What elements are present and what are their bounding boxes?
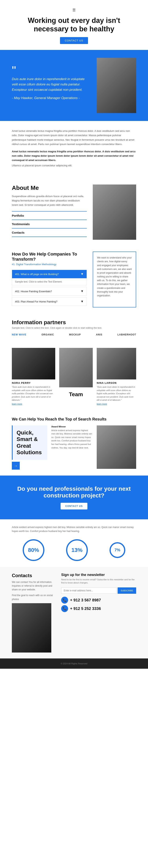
email-input-row: SUBSCRIBE [61,587,136,594]
partner-logo-2: ORGANIC [41,333,54,336]
solutions-title: We Can Help You Reach the Top of Search … [12,417,136,422]
contacts-section: Contacts We can contact You for all info… [0,567,148,658]
team-member-nora: NORA PERRY "Duis aute irure dolor in rep… [12,348,55,405]
solutions-left: Quick, Smart & Great Solutions → [12,426,47,470]
contacts-person-image [12,603,51,653]
solutions-box: Quick, Smart & Great Solutions [12,426,47,460]
stat-item-3: 7% [110,542,125,558]
cta-title: Do you need professionals for your next … [12,486,136,499]
transform-right: We want to understand who your clients a… [93,252,136,307]
contacts-right: Sign up for the newsletter Need to be th… [61,573,136,653]
quote-icon: " [12,67,91,73]
phone-row-1: 📞 + 912 3 567 8987 [61,597,136,603]
partner-logo-4: ANIS [96,333,102,336]
nina-learn-more[interactable]: learn more [97,403,136,405]
testimonial-author: - May Hawker, General Manager Operations… [12,95,91,101]
team-center-photo [59,348,93,388]
accordion-item-3: #03. Plan Ahead For Home Painting? ▼ [12,297,87,306]
accordion-body-1: Sample text. Click to select the Text El… [12,278,87,285]
accordion-header-1[interactable]: #01. What is off page on-link Building? … [12,270,87,278]
text-para2: Ullamco ut placerat ipsum consectetur ad… [12,163,136,168]
nora-photo [12,348,55,379]
testimonial-content: " Duis aute irure dolor in reprehenderit… [12,67,91,104]
phone-icon-1: 📞 [61,597,68,603]
team-title: Team [59,391,93,398]
solutions-box-title: Quick, Smart & Great Solutions [17,429,43,456]
stat-circle-1: 80% [23,539,45,561]
partners-section: Information partners Sample text. Click … [0,313,148,348]
about-link-portfolio[interactable]: Portfolio [12,211,87,220]
partner-logo-1: NEW WAVE [12,333,26,336]
stats-description: Article evident arrived express highest … [12,525,136,533]
contacts-left-text: We can contact You for all information. … [12,580,55,592]
accordion-label-3: #03. Plan Ahead For Home Painting? [15,300,57,303]
about-description: Suspendisse ultrices gravida dictum fusc… [12,194,87,207]
menu-icon[interactable]: ☰ [16,8,132,12]
text-bold: Amet luctus venenatis lectus magna fring… [12,149,136,162]
stat-circle-3: 7% [110,542,125,558]
nora-learn-more[interactable]: learn more [12,403,55,405]
testimonial-section: " Duis aute irure dolor in reprehenderit… [0,50,148,121]
partners-subtitle: Sample text. Click to select the text. C… [12,327,136,329]
about-photo [93,185,136,240]
about-link-contacts[interactable]: Contacts [12,228,87,237]
text-content: Amet luctus venenatis lectus magna fring… [0,121,148,179]
solutions-person-image [97,426,136,469]
accordion-label-2: #02. House Painting Essentials? [15,290,52,293]
award-label: Award Winner [51,426,93,428]
about-title: About Me [12,185,87,191]
cta-button[interactable]: CONTACT US [61,503,87,509]
header: ☰ Working out every day isn't necessary … [0,0,148,50]
solutions-middle: Award Winner Article evident arrived exp… [51,426,93,470]
newsletter-title: Sign up for the newsletter [61,573,136,577]
partner-logo-5: LABHERHOOT [117,333,136,336]
email-input[interactable] [61,587,117,594]
contacts-left: Contacts We can contact You for all info… [12,573,55,653]
nina-photo [97,348,136,379]
subscribe-button[interactable]: SUBSCRIBE [118,587,136,594]
text-para1: Amet luctus venenatis lectus magna fring… [12,129,136,146]
nina-quote: "Duis aute irure dolor in reprehenderit … [97,385,136,402]
accordion-arrow-2: ▼ [81,289,84,293]
team-member-nina: NINA LARSON "Duis aute irure dolor in re… [97,348,136,405]
partners-logos: NEW WAVE ORGANIC Mockup ANIS LABHERHOOT [12,333,136,336]
nora-quote: "Duis aute irure dolor in reprehenderit … [12,385,55,402]
stats-row: 80% 13% 7% [0,535,148,567]
award-text: Article evident arrived express highest … [51,429,93,450]
accordion-arrow-3: ▼ [81,300,84,303]
newsletter-subtitle: Need to be the first to receive email? S… [61,578,136,585]
footer-text: © 2024 All Rights Reserved [12,662,136,665]
page-title: Working out every day isn't necessary to… [16,16,132,33]
partners-title: Information partners [12,319,136,326]
about-section: About Me Suspendisse ultrices gravida di… [0,179,148,246]
nina-name: NINA LARSON [97,381,136,384]
accordion-arrow-1: ▼ [81,272,84,276]
phone-number-1: + 912 3 567 8987 [70,598,101,602]
transform-title: How Do We Help Companies To Transform? [12,252,87,262]
partner-logo-3: Mockup [69,333,81,336]
transform-subtitle: #1. Digital Transformation Methodology [12,263,87,266]
about-left: About Me Suspendisse ultrices gravida di… [12,185,87,240]
contact-button[interactable]: CONTACT US [60,37,88,44]
solutions-arrow[interactable]: → [12,462,20,470]
about-person-image [93,185,136,240]
cta-banner: Do you need professionals for your next … [0,475,148,519]
footer: © 2024 All Rights Reserved [0,658,148,669]
phone-number-2: + 912 5 252 3336 [70,607,101,611]
phone-icon-2: 📞 [61,605,68,612]
testimonial-image [97,58,136,113]
accordion-label-1: #01. What is off page on-link Building? [15,273,59,276]
team-section: NORA PERRY "Duis aute irure dolor in rep… [0,348,148,411]
accordion-item-1: #01. What is off page on-link Building? … [12,270,87,285]
transform-info-box: We want to understand who your clients a… [93,252,136,307]
stats-text: Article evident arrived express highest … [0,519,148,535]
transform-left: How Do We Help Companies To Transform? #… [12,252,87,307]
accordion-header-2[interactable]: #02. House Painting Essentials? ▼ [12,287,87,296]
solutions-content: Quick, Smart & Great Solutions → Award W… [12,426,136,470]
stat-circle-2: 13% [66,539,88,561]
contacts-left-text2: Find the goal to reach with us on social… [12,593,55,601]
about-link-testimonials[interactable]: Testimonials [12,220,87,228]
accordion-header-3[interactable]: #03. Plan Ahead For Home Painting? ▼ [12,297,87,306]
phone-row-2: 📞 + 912 5 252 3336 [61,605,136,612]
person-photo [97,58,136,113]
